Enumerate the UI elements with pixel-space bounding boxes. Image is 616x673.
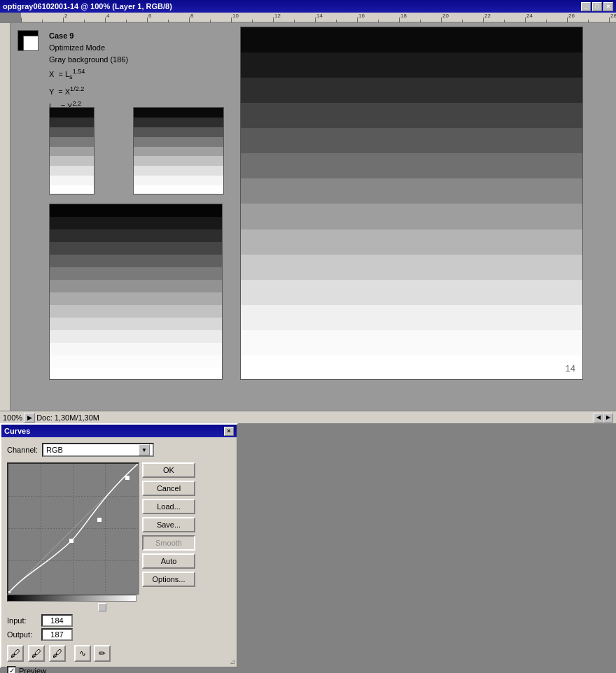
pencil-tool[interactable]: ✏ [94, 645, 111, 662]
scroll-left[interactable]: ◀ [594, 413, 603, 423]
main-gradient-panel: 14 [240, 27, 583, 380]
formula-x: X = Ls1.54 [49, 66, 128, 83]
resize-handle[interactable]: ⊿ [230, 658, 235, 665]
status-bar: 100% ▶ Doc: 1,30M/1,30M ◀ ▶ [0, 411, 616, 423]
black-eyedropper-button[interactable]: 🖋 [7, 645, 24, 662]
auto-button[interactable]: Auto [142, 553, 195, 569]
curves-dialog: Curves × Channel: RGB ▼ OK Cancel Load..… [0, 423, 238, 668]
preview-checkbox[interactable]: ✓ [7, 666, 16, 673]
curves-dialog-title: Curves [4, 427, 30, 435]
slider-track[interactable] [7, 603, 136, 611]
curve-tool-buttons: ∿ ✏ [74, 645, 111, 662]
load-button[interactable]: Load... [142, 499, 195, 514]
output-row: Output: 187 [7, 628, 231, 641]
mode-line: Optimized Mode [49, 42, 128, 54]
zoom-level: 100% [3, 413, 22, 422]
graph-buttons-row: OK Cancel Load... Save... Smooth Auto Op… [7, 462, 231, 592]
preview-row: ✓ Preview [7, 666, 231, 673]
minimize-button[interactable]: _ [581, 2, 591, 11]
input-value[interactable]: 184 [41, 614, 73, 627]
small-gradient-2 [133, 107, 224, 194]
scroll-right[interactable]: ▶ [603, 413, 613, 423]
input-gradient-bar [7, 595, 136, 602]
channel-label: Channel: [7, 446, 38, 454]
window-title: optigray06102001-14 @ 100% (Layer 1, RGB… [3, 2, 172, 10]
slider-row [7, 603, 136, 611]
page-number: 14 [566, 363, 575, 374]
preview-label: Preview [19, 667, 46, 674]
close-button[interactable]: × [603, 2, 613, 11]
background-swatch [23, 36, 38, 51]
output-label: Output: [7, 630, 38, 639]
ruler-horizontal: // ticks drawn via inline approach 24681… [21, 13, 616, 23]
output-value[interactable]: 187 [41, 628, 73, 641]
doc-info-button[interactable]: ▶ [24, 413, 35, 423]
gray-eyedropper-button[interactable]: 🖋 [28, 645, 45, 662]
cancel-button[interactable]: Cancel [142, 481, 195, 496]
scroll-arrows: ◀ ▶ [594, 413, 613, 423]
doc-info: Doc: 1,30M/1,30M [36, 413, 99, 422]
curves-close-button[interactable]: × [224, 427, 234, 436]
tools-row: 🖋 🖋 🖋 ∿ ✏ [7, 645, 231, 662]
ruler-vertical [0, 23, 10, 411]
canvas-area: Case 9 Optimized Mode Gray background (1… [10, 23, 616, 411]
input-label: Input: [7, 616, 38, 625]
bottom-gradient-panel [49, 204, 223, 380]
channel-row: Channel: RGB ▼ [7, 443, 231, 457]
window-controls: _ □ × [581, 2, 613, 11]
ok-button[interactable]: OK [142, 462, 195, 478]
input-gradient-bar-row [7, 595, 136, 602]
background-line: Gray background (186) [49, 54, 128, 66]
curves-buttons-panel: OK Cancel Load... Save... Smooth Auto Op… [142, 462, 198, 592]
gradient-bars [7, 595, 136, 611]
curves-graph[interactable] [7, 462, 136, 592]
input-output-area: Input: 184 Output: 187 [7, 614, 231, 641]
title-bar: optigray06102001-14 @ 100% (Layer 1, RGB… [0, 0, 616, 13]
input-row: Input: 184 [7, 614, 231, 627]
case-title: Case 9 [49, 30, 128, 42]
white-eyedropper-button[interactable]: 🖋 [49, 645, 66, 662]
curves-title-bar: Curves × [1, 425, 237, 437]
slider-thumb[interactable] [98, 603, 106, 611]
smooth-curve-tool[interactable]: ∿ [74, 645, 91, 662]
channel-select[interactable]: RGB ▼ [42, 443, 154, 457]
smooth-button[interactable]: Smooth [142, 535, 195, 551]
formula-y: Y = X1/2.2 [49, 83, 128, 98]
small-gradient-1 [49, 107, 94, 194]
maximize-button[interactable]: □ [592, 2, 602, 11]
curves-body: Channel: RGB ▼ OK Cancel Load... Save...… [1, 437, 237, 673]
options-button[interactable]: Options... [142, 572, 195, 587]
channel-value: RGB [46, 446, 63, 454]
save-button[interactable]: Save... [142, 517, 195, 532]
channel-dropdown-arrow[interactable]: ▼ [139, 444, 150, 455]
